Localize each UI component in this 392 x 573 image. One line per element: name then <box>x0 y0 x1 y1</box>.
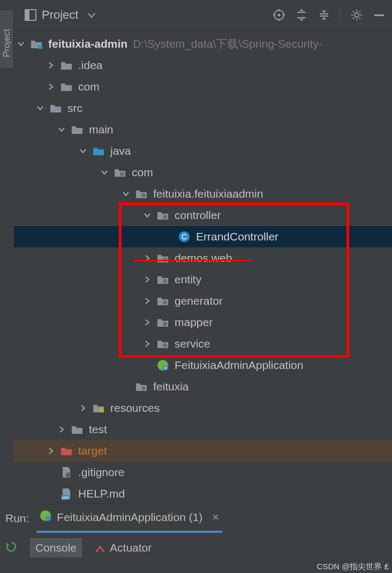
class-icon: C <box>178 231 191 242</box>
tree-row-src[interactable]: src <box>14 97 392 119</box>
tree-row-helpmd[interactable]: MD HELP.md <box>14 483 392 504</box>
package-icon <box>156 338 169 349</box>
svg-rect-1 <box>25 10 29 20</box>
project-tab-label: Project <box>2 29 12 57</box>
svg-line-17 <box>353 11 354 12</box>
tree-row-com-top[interactable]: com <box>14 76 392 97</box>
tree-row-demos[interactable]: demos.web <box>14 247 392 269</box>
chevron-right-icon <box>57 425 66 434</box>
package-label: mapper <box>175 316 213 329</box>
run-config-label: FeituixiaAdminApplication (1) <box>57 511 202 524</box>
tree-row-app-class[interactable]: FeituixiaAdminApplication <box>14 355 392 376</box>
project-view-label: Project <box>42 8 78 22</box>
tree-row-target[interactable]: target <box>14 440 392 462</box>
folder-label: java <box>110 145 131 157</box>
svg-text:C: C <box>182 232 187 241</box>
folder-label: main <box>89 123 114 136</box>
chevron-down-icon <box>35 103 45 113</box>
svg-point-30 <box>163 300 167 305</box>
markdown-file-icon: MD <box>60 488 73 499</box>
root-path: D:\System_data\下载\Spring-Security- <box>133 36 322 51</box>
tree-row-resources[interactable]: resources <box>14 397 392 419</box>
spring-app-icon <box>156 360 169 371</box>
svg-point-12 <box>355 13 359 17</box>
package-icon <box>156 210 169 221</box>
tree-row-entity[interactable]: entity <box>14 269 392 290</box>
project-toolbar: Project <box>14 0 392 30</box>
folder-icon <box>71 124 84 135</box>
excluded-folder-icon <box>60 446 73 456</box>
tree-row-gitignore[interactable]: .gitignore <box>14 462 392 483</box>
svg-point-24 <box>141 193 146 198</box>
tree-row-root[interactable]: feituixia-admin D:\System_data\下载\Spring… <box>14 33 392 55</box>
chevron-down-icon <box>142 210 152 220</box>
chevron-right-icon <box>142 275 152 284</box>
package-label: generator <box>175 295 223 307</box>
tree-row-feituxia[interactable]: feituxia <box>14 376 392 397</box>
tree-row-errand-controller[interactable]: C ErrandController <box>14 226 392 247</box>
actuator-tab[interactable]: Actuator <box>95 541 152 554</box>
chevron-right-icon <box>46 61 56 70</box>
rerun-button[interactable] <box>5 541 17 555</box>
svg-point-45 <box>99 546 101 548</box>
tree-row-test[interactable]: test <box>14 419 392 440</box>
project-panel-icon <box>25 9 36 21</box>
svg-point-43 <box>96 550 98 552</box>
folder-icon <box>71 424 84 435</box>
resources-folder-icon <box>92 403 105 413</box>
chevron-down-icon <box>16 39 26 49</box>
package-label: service <box>175 337 210 350</box>
tree-row-generator[interactable]: generator <box>14 290 392 312</box>
run-label: Run: <box>5 512 29 525</box>
tree-row-pkg[interactable]: feituixia.feituixiaadmin <box>14 183 392 205</box>
class-label: ErrandController <box>196 230 278 243</box>
package-label: feituixia.feituixiaadmin <box>153 187 263 200</box>
file-label: .gitignore <box>78 466 124 479</box>
svg-point-29 <box>163 279 167 283</box>
package-label: entity <box>175 273 201 286</box>
close-icon[interactable]: × <box>212 510 219 524</box>
file-icon <box>60 467 73 478</box>
tree-row-controller[interactable]: controller <box>14 205 392 226</box>
svg-point-42 <box>46 516 51 521</box>
svg-point-25 <box>163 215 167 219</box>
tree-row-mapper[interactable]: mapper <box>14 312 392 333</box>
svg-point-23 <box>120 172 124 176</box>
project-view-selector[interactable]: Project <box>19 6 101 24</box>
tab-actuator-label: Actuator <box>110 541 152 554</box>
chevron-down-icon <box>57 125 66 134</box>
tree-row-service[interactable]: service <box>14 333 392 355</box>
folder-label: test <box>89 423 107 436</box>
settings-button[interactable] <box>347 5 366 25</box>
folder-label: resources <box>110 402 160 414</box>
svg-point-31 <box>163 322 167 326</box>
package-icon <box>156 253 169 263</box>
chevron-right-icon <box>78 403 88 413</box>
project-tool-window-tab[interactable]: Project <box>0 10 14 69</box>
tree-row-com[interactable]: com <box>14 162 392 183</box>
folder-icon <box>60 81 73 92</box>
tab-console[interactable]: Console <box>30 538 82 557</box>
hide-panel-button[interactable] <box>370 5 389 25</box>
chevron-right-icon <box>142 318 152 327</box>
expand-all-button[interactable] <box>292 5 311 25</box>
project-tree[interactable]: feituixia-admin D:\System_data\下载\Spring… <box>14 30 392 573</box>
run-config-tab[interactable]: FeituixiaAdminApplication (1) × <box>36 504 222 533</box>
svg-point-44 <box>102 550 104 552</box>
folder-icon <box>60 60 73 71</box>
source-folder-icon <box>92 146 105 156</box>
folder-label: com <box>78 80 100 93</box>
tree-row-idea[interactable]: .idea <box>14 55 392 76</box>
module-icon <box>30 39 43 49</box>
collapse-all-button[interactable] <box>314 5 334 25</box>
svg-point-32 <box>163 343 167 348</box>
tree-row-main[interactable]: main <box>14 119 392 140</box>
tree-row-java[interactable]: java <box>14 140 392 162</box>
locate-file-button[interactable] <box>269 5 289 25</box>
svg-point-28 <box>163 258 167 262</box>
package-icon <box>156 317 169 328</box>
package-icon <box>156 296 169 306</box>
chevron-right-icon <box>142 296 152 306</box>
svg-rect-22 <box>37 45 42 49</box>
folder-label: src <box>67 102 82 115</box>
